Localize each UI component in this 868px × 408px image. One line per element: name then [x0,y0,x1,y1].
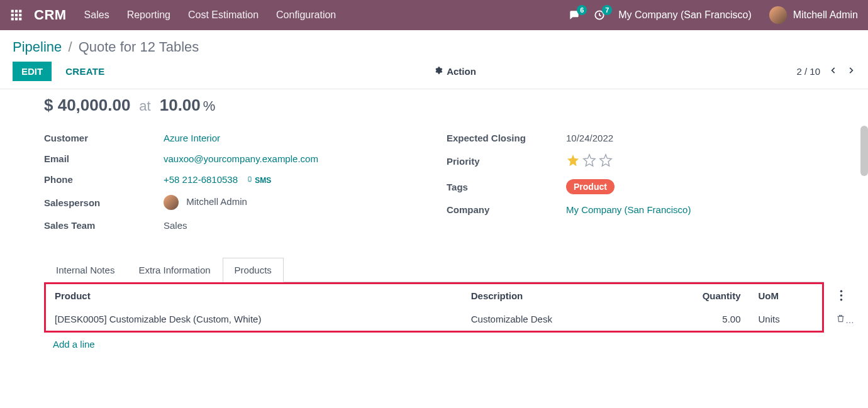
col-product[interactable]: Product [46,284,462,307]
top-navbar: CRM Sales Reporting Cost Estimation Conf… [0,0,868,30]
phone-icon [247,175,253,185]
svg-rect-4 [15,14,18,16]
cell-quantity: 5.00 [646,307,750,331]
table-options-kebab-icon[interactable] [840,290,843,303]
activities-badge: 7 [602,5,612,15]
svg-point-13 [840,294,843,297]
action-dropdown[interactable]: Action [434,66,476,77]
gear-icon [434,66,443,77]
cell-product: [DESK0005] Customizable Desk (Custom, Wh… [46,307,462,331]
nav-reporting[interactable]: Reporting [127,9,170,21]
svg-rect-7 [15,18,18,20]
scrollbar-thumb[interactable] [860,126,868,176]
tab-products[interactable]: Products [223,258,284,282]
svg-rect-8 [19,18,21,20]
col-uom[interactable]: UoM [750,284,822,307]
cell-uom: Units [750,307,822,331]
control-panel: Pipeline / Quote for 12 Tables EDIT CREA… [0,30,868,89]
pager-counter[interactable]: 2 / 10 [796,66,820,77]
star-3-icon[interactable] [599,153,613,167]
breadcrumb: Pipeline / Quote for 12 Tables [13,39,855,55]
sms-button[interactable]: SMS [247,175,271,185]
nav-sales[interactable]: Sales [84,9,109,21]
priority-stars[interactable] [566,153,613,167]
email-value[interactable]: vauxoo@yourcompany.example.com [164,153,318,164]
salesteam-label: Sales Team [44,220,164,231]
tag-product[interactable]: Product [566,179,615,194]
salesperson-label: Salesperson [44,197,164,208]
pager: 2 / 10 [796,65,855,77]
revenue-at-label: at [139,98,150,114]
svg-rect-5 [19,14,21,16]
breadcrumb-parent[interactable]: Pipeline [13,39,62,55]
products-highlight-box: Product Description Quantity UoM [DESK00… [44,282,824,333]
apps-grid-icon[interactable] [10,9,23,21]
sms-label: SMS [255,176,271,185]
probability-unit: % [203,98,216,114]
star-1-icon[interactable] [566,153,580,167]
tags-label: Tags [447,182,566,192]
cell-description: Customizable Desk [462,307,646,331]
action-label: Action [447,66,476,77]
priority-label: Priority [447,156,566,167]
user-avatar-icon [769,6,787,24]
closing-label: Expected Closing [447,133,566,143]
notebook-tabs: Internal Notes Extra Information Product… [44,257,824,282]
salesperson-value: Mitchell Admin [186,196,247,207]
email-label: Email [44,153,164,164]
messages-button[interactable]: 6 [568,9,581,21]
svg-rect-6 [11,18,14,20]
nav-configuration[interactable]: Configuration [276,9,336,21]
user-menu[interactable]: Mitchell Admin [769,6,858,24]
table-row[interactable]: [DESK0005] Customizable Desk (Custom, Wh… [46,307,822,331]
user-name-label: Mitchell Admin [793,9,858,21]
customer-value[interactable]: Azure Interior [164,133,220,143]
edit-button[interactable]: EDIT [13,62,52,81]
customer-label: Customer [44,133,164,143]
nav-cost-estimation[interactable]: Cost Estimation [188,9,259,21]
company-switcher[interactable]: My Company (San Francisco) [618,9,752,21]
svg-rect-1 [15,10,18,13]
star-2-icon[interactable] [582,153,596,167]
add-line-button[interactable]: Add a line [44,333,824,356]
tab-internal-notes[interactable]: Internal Notes [44,258,126,282]
svg-point-12 [840,290,843,292]
expected-revenue-row: $ 40,000.00 at 10.00 % [44,96,824,115]
col-description[interactable]: Description [462,284,646,307]
activities-button[interactable]: 7 [593,9,606,21]
closing-value: 10/24/2022 [566,133,613,143]
breadcrumb-separator: / [68,39,72,55]
products-table: Product Description Quantity UoM [DESK00… [46,284,822,331]
breadcrumb-current: Quote for 12 Tables [79,39,199,55]
expected-revenue-amount: $ 40,000.00 [44,96,130,115]
company-label: Company [447,204,566,215]
form-sheet: $ 40,000.00 at 10.00 % Customer Azure In… [25,89,843,375]
svg-rect-3 [11,14,14,16]
pager-next[interactable] [847,65,855,77]
svg-rect-2 [19,10,21,13]
create-button[interactable]: CREATE [57,62,113,81]
col-quantity[interactable]: Quantity [646,284,750,307]
probability-value: 10.00 [160,96,201,114]
tab-extra-info[interactable]: Extra Information [126,258,222,282]
phone-value[interactable]: +58 212-6810538 [164,174,238,185]
salesperson-avatar-icon [164,195,179,210]
svg-point-14 [840,299,843,301]
phone-label: Phone [44,174,164,185]
salesteam-value: Sales [164,220,187,231]
row-overflow-ellipsis: … [845,315,854,325]
pager-prev[interactable] [829,65,838,77]
svg-rect-0 [11,10,14,13]
company-value[interactable]: My Company (San Francisco) [566,204,691,215]
brand-title[interactable]: CRM [34,7,67,23]
delete-row-trash-icon[interactable] [836,314,845,325]
messages-badge: 6 [577,5,587,15]
